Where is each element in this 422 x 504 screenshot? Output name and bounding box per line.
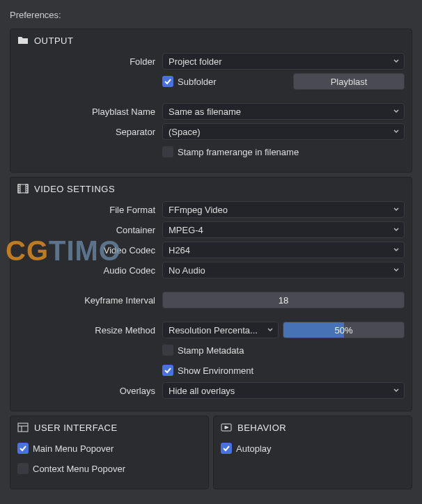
behavior-header: BEHAVIOR bbox=[221, 422, 405, 433]
video-settings-header: VIDEO SETTINGS bbox=[17, 183, 405, 194]
folder-label: Folder bbox=[17, 56, 162, 67]
overlays-value: Hide all overlays bbox=[169, 386, 235, 396]
user-interface-header: USER INTERFACE bbox=[17, 422, 201, 433]
audio-codec-select[interactable]: No Audio bbox=[162, 262, 405, 278]
file-format-label: File Format bbox=[17, 205, 162, 215]
separator-value: (Space) bbox=[169, 127, 201, 137]
keyframe-interval-value: 18 bbox=[279, 295, 288, 306]
main-menu-popover-label: Main Menu Popover bbox=[33, 443, 114, 454]
container-value: MPEG-4 bbox=[169, 225, 203, 235]
user-interface-panel: USER INTERFACE Main Menu Popover Context… bbox=[10, 416, 209, 489]
playblast-name-value: Same as filename bbox=[169, 107, 241, 117]
folder-icon bbox=[17, 35, 29, 46]
chevron-down-icon bbox=[393, 107, 400, 117]
audio-codec-value: No Audio bbox=[169, 265, 205, 276]
subfolder-checkbox[interactable] bbox=[162, 76, 173, 87]
behavior-title: BEHAVIOR bbox=[237, 423, 286, 433]
separator-select[interactable]: (Space) bbox=[162, 123, 405, 140]
chevron-down-icon bbox=[393, 127, 400, 137]
show-environment-label: Show Environment bbox=[178, 365, 253, 376]
layout-icon bbox=[17, 422, 29, 433]
chevron-down-icon bbox=[393, 245, 400, 255]
subfolder-value: Playblast bbox=[331, 77, 368, 87]
stamp-metadata-label: Stamp Metadata bbox=[178, 345, 244, 356]
preferences-title: Preferences: bbox=[10, 7, 412, 23]
subfolder-label: Subfolder bbox=[178, 77, 217, 87]
resize-method-select[interactable]: Resolution Percenta... bbox=[162, 322, 279, 338]
separator-label: Separator bbox=[17, 127, 162, 137]
autoplay-checkbox[interactable] bbox=[221, 443, 232, 454]
stamp-metadata-checkbox[interactable] bbox=[162, 345, 173, 356]
output-title: OUTPUT bbox=[34, 36, 73, 46]
container-select[interactable]: MPEG-4 bbox=[162, 221, 405, 238]
chevron-down-icon bbox=[393, 56, 400, 67]
video-settings-title: VIDEO SETTINGS bbox=[34, 184, 115, 194]
subfolder-input[interactable]: Playblast bbox=[293, 73, 405, 90]
main-menu-popover-checkbox[interactable] bbox=[17, 443, 29, 454]
chevron-down-icon bbox=[393, 225, 400, 235]
keyframe-interval-input[interactable]: 18 bbox=[162, 292, 405, 308]
output-panel: OUTPUT Folder Project folder Subfolder bbox=[10, 29, 412, 173]
keyframe-interval-label: Keyframe Interval bbox=[17, 295, 162, 306]
file-format-select[interactable]: FFmpeg Video bbox=[162, 201, 405, 218]
film-icon bbox=[17, 183, 29, 194]
resize-method-label: Resize Method bbox=[17, 325, 162, 336]
svg-rect-9 bbox=[18, 423, 28, 432]
video-settings-panel: VIDEO SETTINGS File Format FFmpeg Video … bbox=[10, 177, 412, 411]
output-header: OUTPUT bbox=[17, 35, 405, 46]
video-codec-select[interactable]: H264 bbox=[162, 242, 405, 258]
behavior-panel: BEHAVIOR Autoplay bbox=[213, 416, 412, 489]
audio-codec-label: Audio Codec bbox=[17, 265, 162, 276]
playblast-name-select[interactable]: Same as filename bbox=[162, 103, 405, 120]
user-interface-title: USER INTERFACE bbox=[34, 423, 118, 433]
chevron-down-icon bbox=[393, 265, 400, 276]
autoplay-label: Autoplay bbox=[236, 443, 272, 454]
context-menu-popover-checkbox[interactable] bbox=[17, 463, 29, 474]
context-menu-popover-label: Context Menu Popover bbox=[33, 464, 125, 474]
video-codec-value: H264 bbox=[169, 245, 190, 255]
resize-percent-value: 50% bbox=[335, 325, 353, 336]
container-label: Container bbox=[17, 225, 162, 235]
chevron-down-icon bbox=[393, 205, 400, 215]
file-format-value: FFmpeg Video bbox=[169, 205, 228, 215]
folder-select[interactable]: Project folder bbox=[162, 53, 405, 70]
stamp-framerange-checkbox[interactable] bbox=[162, 146, 173, 157]
resize-percent-input[interactable]: 50% bbox=[283, 322, 405, 338]
folder-select-value: Project folder bbox=[169, 56, 222, 67]
resize-method-value: Resolution Percenta... bbox=[169, 325, 258, 336]
playblast-name-label: Playblast Name bbox=[17, 107, 162, 117]
overlays-select[interactable]: Hide all overlays bbox=[162, 382, 405, 399]
stamp-framerange-label: Stamp framerange in filename bbox=[178, 147, 299, 157]
show-environment-checkbox[interactable] bbox=[162, 365, 173, 376]
play-icon bbox=[221, 422, 232, 433]
chevron-down-icon bbox=[267, 325, 274, 336]
video-codec-label: Video Codec bbox=[17, 245, 162, 255]
chevron-down-icon bbox=[393, 386, 400, 396]
overlays-label: Overlays bbox=[17, 386, 162, 396]
